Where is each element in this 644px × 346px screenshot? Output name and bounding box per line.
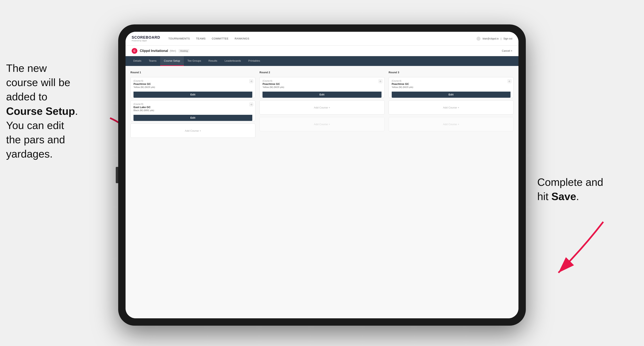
rounds-grid: Round 1 (Course A) Peachtree GC Yellow (… — [130, 71, 514, 138]
edit-course-a-r3-button[interactable]: Edit — [392, 92, 510, 98]
tab-printables[interactable]: Printables — [244, 56, 264, 66]
tab-tee-groups[interactable]: Tee Groups — [184, 56, 205, 66]
logo-sub: Powered by clippd — [132, 40, 160, 42]
tab-leaderboards[interactable]: Leaderboards — [221, 56, 244, 66]
sign-out-link[interactable]: Sign out — [504, 37, 512, 40]
course-a-r1-details: Yellow (M) (6629 yds) — [134, 86, 252, 88]
tab-bar: Details Teams Course Setup Tee Groups Re… — [126, 56, 518, 66]
course-a-r2-name: Peachtree GC — [262, 82, 381, 85]
round-3-column: Round 3 (Course A) Peachtree GC Yellow (… — [389, 71, 514, 138]
edit-course-b-r1-button[interactable]: Edit — [134, 115, 252, 121]
tournament-bar: C Clippd Invitational (Men) Hosting Canc… — [126, 46, 518, 56]
arrow-right-indicator — [542, 216, 607, 281]
round-1-column: Round 1 (Course A) Peachtree GC Yellow (… — [130, 71, 255, 138]
course-a-r3-label: (Course A) — [392, 80, 510, 82]
top-nav: SCOREBOARD Powered by clippd TOURNAMENTS… — [126, 32, 518, 46]
delete-course-a-r3[interactable]: ⊟ — [508, 79, 511, 83]
round-2-label: Round 2 — [260, 71, 384, 74]
course-b-r1-name: East Lake GC — [134, 106, 252, 109]
delete-course-a-r2[interactable]: ⊟ — [379, 79, 382, 83]
add-course-r3-button[interactable]: Add Course + — [389, 100, 514, 115]
course-b-r1-details: Black (M) (6891 yds) — [134, 109, 252, 112]
edit-course-a-r2-button[interactable]: Edit — [262, 92, 381, 98]
round-2-column: Round 2 (Course A) Peachtree GC Yellow (… — [260, 71, 384, 138]
course-a-r1-name: Peachtree GC — [134, 82, 252, 85]
nav-committee[interactable]: COMMITTEE — [212, 37, 229, 40]
delete-course-a-r1[interactable]: ⊟ — [250, 79, 253, 83]
course-a-r3-name: Peachtree GC — [392, 82, 510, 85]
add-course-r2-button[interactable]: Add Course + — [260, 100, 384, 115]
tab-course-setup[interactable]: Course Setup — [160, 56, 184, 66]
tournament-name: Clippd Invitational — [140, 49, 168, 53]
course-a-r1-label: (Course A) — [134, 80, 252, 82]
add-course-r1-button[interactable]: Add Course + — [130, 124, 255, 138]
nav-teams[interactable]: TEAMS — [196, 37, 206, 40]
main-nav: TOURNAMENTS TEAMS COMMITTEE RANKINGS — [168, 37, 476, 40]
hosting-badge: Hosting — [178, 49, 189, 52]
course-b-r1-label: (Course B) — [134, 103, 252, 105]
tab-results[interactable]: Results — [205, 56, 221, 66]
user-avatar — [476, 37, 480, 41]
logo-area: SCOREBOARD Powered by clippd — [132, 35, 160, 42]
tablet-side-button — [116, 167, 118, 183]
round-1-course-b-card: (Course B) East Lake GC Black (M) (6891 … — [130, 100, 255, 121]
tournament-gender: (Men) — [170, 49, 176, 52]
annotation-left: The new course will be added to Course S… — [6, 61, 78, 161]
content-area: Round 1 (Course A) Peachtree GC Yellow (… — [126, 66, 518, 318]
round-2-course-a-card: (Course A) Peachtree GC Yellow (M) (6629… — [260, 77, 384, 98]
tab-teams[interactable]: Teams — [145, 56, 160, 66]
clippd-logo: C — [132, 48, 137, 54]
course-a-r2-label: (Course A) — [262, 80, 381, 82]
round-1-label: Round 1 — [130, 71, 255, 74]
tab-details[interactable]: Details — [130, 56, 145, 66]
user-email: blair@clippd.io — [482, 37, 499, 40]
round-1-course-a-card: (Course A) Peachtree GC Yellow (M) (6629… — [130, 77, 255, 98]
course-a-r2-details: Yellow (M) (6629 yds) — [262, 86, 381, 88]
edit-course-a-r1-button[interactable]: Edit — [134, 92, 252, 98]
tablet-device: SCOREBOARD Powered by clippd TOURNAMENTS… — [118, 24, 526, 326]
cancel-button[interactable]: Cancel × — [502, 49, 512, 52]
logo-scoreboard: SCOREBOARD — [132, 35, 160, 40]
nav-right: blair@clippd.io | Sign out — [476, 37, 512, 41]
delete-course-b-r1[interactable]: ⊟ — [250, 103, 253, 106]
add-course-r3-extra-button: Add Course + — [389, 117, 514, 131]
add-course-r2-extra-button: Add Course + — [260, 117, 384, 131]
nav-separator: | — [501, 37, 501, 40]
annotation-right: Complete and hit Save. — [537, 175, 603, 203]
nav-tournaments[interactable]: TOURNAMENTS — [168, 37, 190, 40]
round-3-course-a-card: (Course A) Peachtree GC Yellow (M) (6629… — [389, 77, 514, 98]
nav-rankings[interactable]: RANKINGS — [234, 37, 249, 40]
round-3-label: Round 3 — [389, 71, 514, 74]
course-a-r3-details: Yellow (M) (6629 yds) — [392, 86, 510, 88]
tablet-screen: SCOREBOARD Powered by clippd TOURNAMENTS… — [126, 32, 518, 318]
